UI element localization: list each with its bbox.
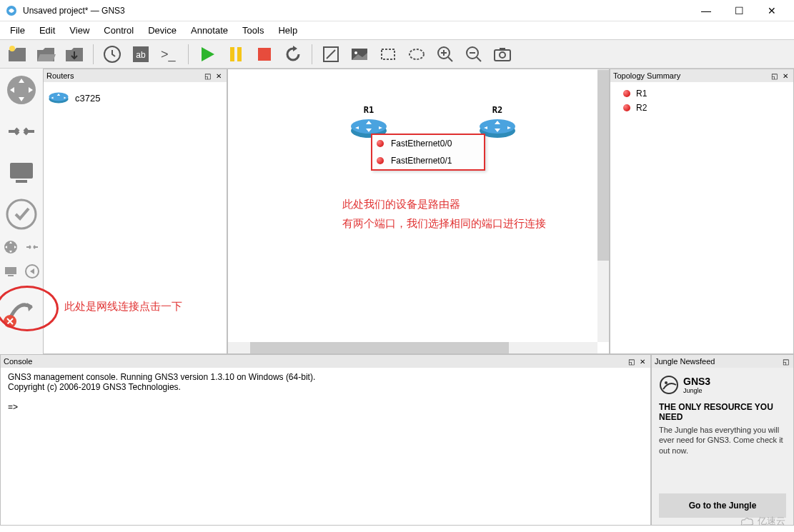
- svg-point-11: [354, 51, 357, 54]
- svg-rect-25: [8, 275, 14, 276]
- menu-help[interactable]: Help: [271, 22, 304, 39]
- screenshot-button[interactable]: [490, 41, 515, 67]
- browse-button[interactable]: [24, 263, 41, 280]
- ellipse-button[interactable]: [404, 41, 430, 67]
- svg-point-35: [665, 381, 668, 384]
- svg-rect-7: [237, 47, 242, 61]
- topology-panel: Topology Summary ◱ ✕ R1 R2: [610, 69, 794, 354]
- svg-point-13: [410, 49, 424, 59]
- status-dot-icon: [377, 157, 384, 164]
- menu-view[interactable]: View: [62, 22, 96, 39]
- svg-rect-18: [500, 48, 505, 51]
- undock-icon[interactable]: ◱: [769, 71, 779, 81]
- switches-category-button[interactable]: [4, 114, 39, 149]
- start-all-button[interactable]: [194, 41, 220, 67]
- go-to-jungle-button[interactable]: Go to the Jungle: [659, 493, 786, 518]
- news-panel-title: Jungle Newsfeed: [655, 357, 779, 366]
- router-item-label: c3725: [75, 93, 100, 104]
- close-panel-icon[interactable]: ✕: [637, 356, 647, 366]
- rectangle-button[interactable]: [375, 41, 401, 67]
- close-panel-icon[interactable]: ✕: [214, 71, 224, 81]
- routers-panel-title: Routers: [46, 71, 201, 80]
- menu-tools[interactable]: Tools: [235, 22, 271, 39]
- svg-rect-24: [5, 267, 16, 274]
- gns3-jungle-logo: GNS3Jungle: [659, 375, 786, 395]
- topology-panel-title: Topology Summary: [613, 71, 768, 80]
- show-labels-button[interactable]: ab: [128, 41, 154, 67]
- close-button[interactable]: ✕: [755, 0, 788, 21]
- topology-item[interactable]: R1: [615, 86, 789, 101]
- svg-text:>_: >_: [161, 47, 177, 62]
- canvas[interactable]: R1 R2 FastEthernet0/0 FastEthernet0/1 此处…: [227, 69, 610, 354]
- undock-icon[interactable]: ◱: [780, 356, 790, 366]
- port-menu-item[interactable]: FastEthernet0/1: [372, 152, 484, 169]
- vpcs-button[interactable]: [2, 263, 19, 280]
- menu-control[interactable]: Control: [96, 22, 141, 39]
- title-bar: Unsaved project* — GNS3 — ☐ ✕: [0, 0, 794, 21]
- news-headline: THE ONLY RESOURCE YOU NEED: [659, 402, 786, 422]
- pause-all-button[interactable]: [223, 41, 249, 67]
- device-dock: [0, 69, 43, 354]
- new-project-button[interactable]: [4, 41, 30, 67]
- routers-category-button[interactable]: [4, 73, 39, 107]
- console-panel-title: Console: [4, 357, 625, 366]
- watermark: 亿速云: [739, 515, 785, 528]
- zoom-out-button[interactable]: [461, 41, 487, 67]
- svg-rect-21: [16, 180, 27, 183]
- maximize-button[interactable]: ☐: [723, 0, 755, 21]
- security-devices-category-button[interactable]: [4, 197, 39, 231]
- svg-rect-8: [258, 48, 271, 61]
- close-panel-icon[interactable]: ✕: [780, 71, 790, 81]
- image-button[interactable]: [347, 41, 372, 67]
- menu-bar: File Edit View Control Device Annotate T…: [0, 21, 794, 40]
- canvas-scrollbar-vertical[interactable]: [597, 69, 609, 342]
- svg-rect-12: [382, 49, 394, 59]
- svg-text:ab: ab: [136, 50, 146, 60]
- menu-device[interactable]: Device: [141, 22, 184, 39]
- note-button[interactable]: [318, 41, 344, 67]
- canvas-annotation: 此处我们的设备是路由器 有两个端口，我们选择相同的端口进行连接: [342, 194, 546, 233]
- console-output[interactable]: GNS3 management console. Running GNS3 ve…: [1, 368, 650, 525]
- console-panel: Console ◱ ✕ GNS3 management console. Run…: [0, 354, 651, 526]
- port-context-menu: FastEthernet0/0 FastEthernet0/1: [371, 134, 485, 171]
- menu-edit[interactable]: Edit: [32, 22, 62, 39]
- console-button[interactable]: >_: [157, 41, 182, 67]
- cloud-button[interactable]: [24, 239, 41, 256]
- svg-point-22: [7, 200, 36, 229]
- reload-all-button[interactable]: [280, 41, 306, 67]
- window-title: Unsaved project* — GNS3: [23, 6, 690, 16]
- stop-all-button[interactable]: [252, 41, 277, 67]
- link-tool-button[interactable]: [4, 293, 39, 327]
- menu-file[interactable]: File: [3, 22, 32, 39]
- open-project-button[interactable]: [33, 41, 59, 67]
- canvas-scrollbar-horizontal[interactable]: [228, 342, 597, 353]
- topology-item[interactable]: R2: [615, 101, 789, 115]
- snapshot-button[interactable]: [99, 41, 125, 67]
- toolbar: ab >_: [0, 40, 794, 69]
- end-devices-category-button[interactable]: [4, 156, 39, 190]
- all-devices-button[interactable]: [2, 239, 19, 256]
- save-project-button[interactable]: [61, 41, 87, 67]
- port-menu-item[interactable]: FastEthernet0/0: [372, 135, 484, 152]
- svg-rect-6: [230, 47, 234, 61]
- zoom-in-button[interactable]: [432, 41, 458, 67]
- status-dot-icon: [623, 90, 630, 97]
- svg-point-17: [500, 52, 505, 58]
- menu-annotate[interactable]: Annotate: [184, 22, 235, 39]
- svg-point-1: [9, 46, 15, 51]
- undock-icon[interactable]: ◱: [202, 71, 212, 81]
- svg-rect-20: [10, 163, 33, 179]
- news-text: The Jungle has everything you will ever …: [659, 425, 786, 456]
- router-icon: [48, 90, 69, 106]
- app-icon: [6, 5, 17, 16]
- undock-icon[interactable]: ◱: [626, 356, 636, 366]
- jungle-newsfeed-panel: Jungle Newsfeed ◱ GNS3Jungle THE ONLY RE…: [651, 354, 794, 526]
- status-dot-icon: [623, 104, 630, 111]
- status-dot-icon: [377, 140, 384, 147]
- link-tool-annotation: 此处是网线连接点击一下: [64, 300, 182, 313]
- router-item[interactable]: c3725: [46, 85, 224, 111]
- minimize-button[interactable]: —: [690, 0, 723, 21]
- cancel-badge-icon: [3, 314, 17, 328]
